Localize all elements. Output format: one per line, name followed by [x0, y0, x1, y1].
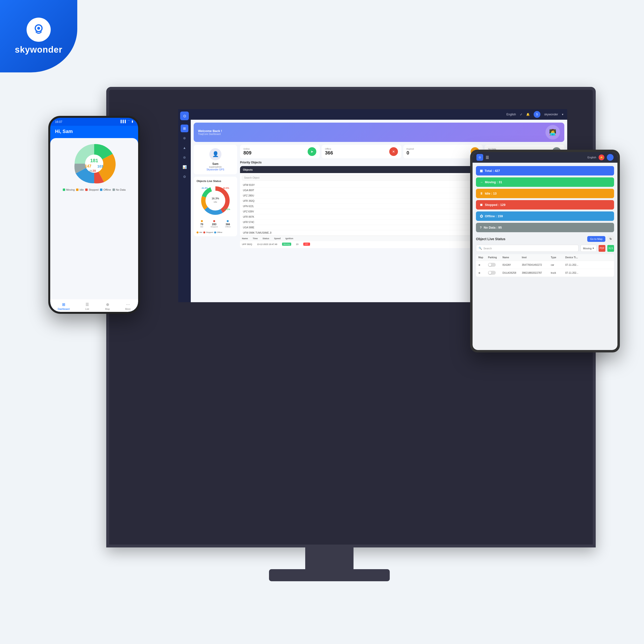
phone-nav-more[interactable]: ⋯ More [125, 302, 131, 310]
legend-nodata: No Data [112, 188, 125, 191]
ols-refresh-button[interactable]: ↻ [607, 236, 614, 242]
sidebar-icon-alert[interactable]: ▲ [181, 144, 188, 152]
profile-name: Sam [197, 162, 234, 166]
row1-imei: 354778341492272 [522, 264, 551, 266]
svg-text:Idle: Idle [214, 201, 217, 203]
left-panel: 👤 Sam superadmin Skywonder GPS Objects L… [194, 145, 237, 298]
col-type: Type [551, 256, 565, 259]
phone-nav-dashboard[interactable]: ⊞ Dashboard [58, 302, 70, 310]
row1-type: car [551, 264, 565, 266]
ols-title: Object Live Status [476, 237, 505, 241]
profile-avatar: 👤 [209, 148, 221, 160]
stopped-val: 283 [210, 223, 218, 226]
total-btn[interactable]: ▦ Total : 427 [476, 166, 614, 175]
topnav-username[interactable]: skywonder [544, 113, 558, 116]
logo-text: skywonder [15, 45, 62, 55]
stat-card-offline: Offline 366 ✕ [321, 145, 401, 158]
stat-stopped: 283 Stopped [210, 220, 218, 228]
tablet-notification[interactable]: 🔔 [599, 154, 604, 160]
sidebar-icon-settings[interactable]: ⊛ [181, 154, 188, 161]
ols-filter-dropdown[interactable]: Moving ▾ [581, 245, 597, 252]
col-name: Name [503, 256, 522, 259]
col-device-time: Device Ti... [565, 256, 585, 259]
objects-list: UFW 816Y UGA 869T UFZ 280U UFR 392Q UFN … [240, 182, 509, 236]
stat-online-info: Online 809 [243, 148, 251, 156]
nodata-btn[interactable]: ? No Data : 95 [476, 223, 614, 232]
obj-time: 13-12-2023 19:47:49 [257, 243, 277, 245]
row1-device-time: 07-11-202... [565, 264, 585, 266]
row2-device-time: 07-11-202... [565, 272, 585, 274]
row2-parking-toggle[interactable] [488, 271, 496, 275]
monitor-base [269, 569, 390, 581]
sidebar-icon-map[interactable]: ⊕ [181, 134, 188, 142]
obj-status: Moving [282, 243, 291, 246]
idle-btn[interactable]: ⏸ Idle : 13 [476, 189, 614, 198]
sidebar-icon-equalizer[interactable]: ⚙ [181, 173, 188, 181]
topnav-language[interactable]: English [506, 113, 516, 116]
svg-text:147: 147 [85, 164, 91, 168]
svg-point-1 [37, 27, 40, 30]
search-object-input[interactable]: Search Object [242, 175, 507, 181]
stopped-btn[interactable]: ⏹ Stopped : 129 [476, 200, 614, 210]
idle-val: 70 [200, 223, 203, 226]
legend-stopped: Stopped [85, 188, 98, 191]
col-map: Map [478, 256, 488, 259]
row2-map[interactable]: ⊕ [478, 272, 488, 274]
list-item: UFW 816Y [242, 182, 507, 188]
stopped-lbl: Stopped [210, 226, 218, 228]
ols-search[interactable]: 🔍 Search [476, 245, 579, 252]
dashboard-nav-icon: ⊞ [61, 302, 66, 307]
objects-panel: Objects ↻ Search Object UFW 816Y UGA 869… [240, 166, 509, 248]
offline-lbl: Offline [225, 226, 230, 228]
ols-xls-button[interactable]: XLS [607, 245, 614, 252]
offline-value: 366 [325, 150, 333, 156]
topnav-notification[interactable]: 🔔 [526, 113, 530, 116]
row1-map[interactable]: ⊕ [478, 264, 488, 266]
list-item: UGA 588E [242, 225, 507, 230]
offline-btn[interactable]: ⏻ Offline : 159 [476, 211, 614, 221]
svg-text:181: 181 [90, 158, 98, 163]
goto-map-button[interactable]: Go to Map [587, 236, 605, 242]
ols-actions: Go to Map ↻ [587, 236, 614, 242]
row1-parking-toggle[interactable] [488, 263, 496, 267]
tablet-language[interactable]: English [588, 156, 596, 159]
more-nav-icon: ⋯ [125, 302, 131, 307]
legend-idle: Idle [76, 188, 84, 191]
sidebar-icon-home[interactable]: ⊞ [181, 125, 188, 132]
ols-search-input[interactable]: Search [484, 247, 492, 250]
ols-pdf-button[interactable]: PDF [599, 245, 605, 252]
col-parking: Parking [488, 256, 503, 259]
phone-nav-list[interactable]: ☰ List [84, 302, 90, 310]
chevron-down-icon: ▾ [593, 247, 594, 250]
legend-offline: Offline [214, 231, 222, 233]
list-item: UFZ 639V [242, 209, 507, 214]
tablet-topbar: ⊙ ☰ English 🔔 [473, 152, 617, 163]
tablet-screen: ⊙ ☰ English 🔔 ▦ Total : 427 [473, 152, 617, 350]
phone-nav-map[interactable]: ⊕ Map [105, 302, 110, 310]
ols-header: Object Live Status Go to Map ↻ [476, 236, 614, 242]
topnav: English ⤢ 🔔 S skywonder ▾ [191, 109, 567, 120]
stat-expired-info: Expired 0 [407, 148, 414, 156]
sidebar-icon-chart[interactable]: 📊 [181, 163, 188, 171]
moving-btn[interactable]: → Moving : 31 [476, 177, 614, 187]
topnav-chevron[interactable]: ▾ [562, 113, 563, 116]
phone-pie-chart: 181 147 39 103 21 [72, 142, 116, 185]
offline-label: Offline : 159 [485, 214, 503, 218]
expired-value: 0 [407, 150, 414, 156]
donut-stats-row: 70 Idle 283 Stopped 36 [196, 219, 234, 229]
topnav-expand[interactable]: ⤢ [520, 113, 522, 116]
phone-legend: Moving Idle Stopped Offline [54, 188, 134, 191]
tablet-avatar[interactable] [607, 154, 614, 161]
objects-live-status-card: Objects Live Status [194, 177, 237, 236]
tablet-menu-icon[interactable]: ☰ [486, 155, 489, 160]
list-nav-icon: ☰ [84, 302, 90, 307]
legend-offline: Offline [100, 188, 111, 191]
col-imei: Imei [522, 256, 551, 259]
donut-chart: 16.3% Idle 22.5% 41.3% 14.1% [200, 185, 231, 216]
welcome-illustration: 👩‍💻 [546, 125, 560, 140]
ols-table: Map Parking Name Imei Type Device Ti... … [476, 254, 614, 277]
expired-label: Expired [407, 148, 414, 150]
topnav-avatar[interactable]: S [534, 111, 540, 118]
row2-type: truck [551, 272, 565, 274]
donut-svg: 16.3% Idle [200, 185, 231, 216]
